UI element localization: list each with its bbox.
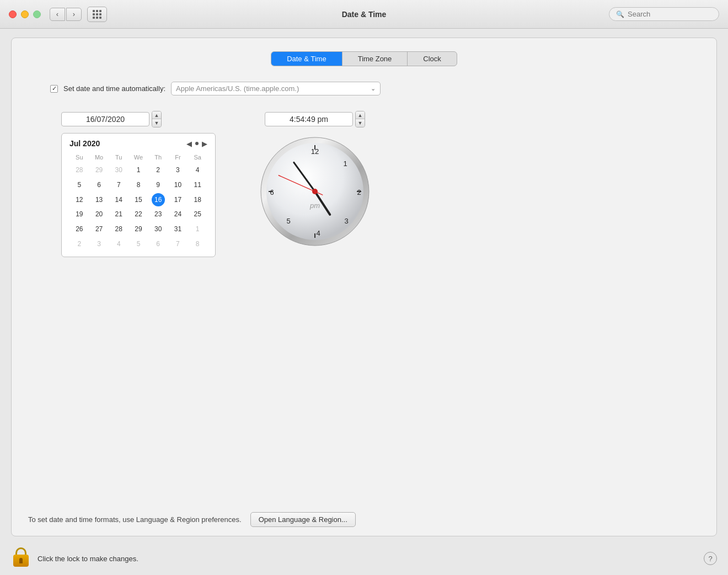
lock-shackle bbox=[15, 547, 26, 555]
grid-button[interactable] bbox=[87, 7, 107, 22]
search-icon: 🔍 bbox=[616, 10, 624, 18]
time-input[interactable]: 4:54:49 pm bbox=[265, 112, 353, 126]
cal-day[interactable]: 1 bbox=[129, 163, 148, 177]
dow-tu: Tu bbox=[109, 152, 129, 162]
cal-day[interactable]: 12 bbox=[69, 193, 89, 207]
cal-day[interactable]: 29 bbox=[129, 222, 148, 236]
cal-day[interactable]: 27 bbox=[89, 222, 109, 236]
cal-day[interactable]: 7 bbox=[168, 237, 188, 251]
auto-checkbox[interactable]: ✓ bbox=[50, 85, 58, 93]
cal-day[interactable]: 28 bbox=[109, 222, 129, 236]
time-stepper-up[interactable]: ▲ bbox=[356, 111, 365, 119]
server-dropdown[interactable]: Apple Americas/U.S. (time.apple.com.) ⌄ bbox=[171, 82, 381, 95]
svg-text:1: 1 bbox=[343, 159, 347, 168]
cal-day[interactable]: 25 bbox=[188, 207, 207, 221]
calendar-month-year: Jul 2020 bbox=[69, 139, 100, 148]
chevron-down-icon: ⌄ bbox=[371, 85, 376, 92]
svg-text:4: 4 bbox=[316, 229, 320, 237]
tabs-row: Date & Time Time Zone Clock bbox=[28, 51, 700, 66]
cal-day[interactable]: 2 bbox=[69, 237, 89, 251]
cal-day[interactable]: 3 bbox=[168, 163, 188, 177]
bottom-info-text: To set date and time formats, use Langua… bbox=[28, 515, 242, 524]
cal-day[interactable]: 17 bbox=[168, 193, 188, 207]
cal-day[interactable]: 29 bbox=[89, 163, 109, 177]
cal-day[interactable]: 4 bbox=[188, 163, 207, 177]
tab-group: Date & Time Time Zone Clock bbox=[271, 51, 457, 66]
clock-svg: 12 1 2 3 4 5 6 pm bbox=[260, 136, 370, 247]
dow-th: Th bbox=[148, 152, 168, 162]
date-input[interactable]: 16/07/2020 bbox=[61, 112, 149, 126]
bottom-info: To set date and time formats, use Langua… bbox=[28, 512, 700, 527]
cal-day[interactable]: 6 bbox=[89, 178, 109, 192]
svg-point-17 bbox=[312, 189, 318, 194]
cal-day[interactable]: 22 bbox=[129, 207, 148, 221]
forward-button[interactable]: › bbox=[66, 8, 82, 21]
date-clock-row: 16/07/2020 ▲ ▼ Jul 2020 ◀ ▶ bbox=[61, 111, 700, 257]
cal-day[interactable]: 28 bbox=[69, 163, 89, 177]
date-section: 16/07/2020 ▲ ▼ Jul 2020 ◀ ▶ bbox=[61, 111, 216, 257]
cal-day[interactable]: 11 bbox=[188, 178, 207, 192]
search-input[interactable] bbox=[628, 10, 705, 18]
minimize-button[interactable] bbox=[21, 10, 29, 18]
analog-clock: 12 1 2 3 4 5 6 pm bbox=[260, 136, 370, 247]
date-stepper-up[interactable]: ▲ bbox=[152, 111, 161, 119]
cal-day[interactable]: 20 bbox=[89, 207, 109, 221]
cal-day[interactable]: 8 bbox=[188, 237, 207, 251]
grid-icon bbox=[93, 10, 101, 19]
cal-day[interactable]: 14 bbox=[109, 193, 129, 207]
cal-day[interactable]: 13 bbox=[89, 193, 109, 207]
back-button[interactable]: ‹ bbox=[50, 8, 65, 21]
cal-day[interactable]: 8 bbox=[129, 178, 148, 192]
lock-label: Click the lock to make changes. bbox=[38, 555, 138, 563]
cal-day[interactable]: 4 bbox=[109, 237, 129, 251]
lock-area[interactable]: Click the lock to make changes. bbox=[11, 547, 138, 569]
calendar-today-dot[interactable] bbox=[195, 142, 199, 145]
cal-day[interactable]: 31 bbox=[168, 222, 188, 236]
date-stepper[interactable]: ▲ ▼ bbox=[152, 111, 162, 127]
svg-text:12: 12 bbox=[311, 147, 319, 156]
cal-day[interactable]: 26 bbox=[69, 222, 89, 236]
tab-time-zone[interactable]: Time Zone bbox=[342, 52, 408, 66]
time-stepper[interactable]: ▲ ▼ bbox=[355, 111, 365, 127]
maximize-button[interactable] bbox=[33, 10, 41, 18]
cal-day[interactable]: 5 bbox=[129, 237, 148, 251]
cal-day-selected[interactable]: 16 bbox=[152, 193, 165, 206]
cal-day[interactable]: 30 bbox=[148, 222, 168, 236]
cal-day[interactable]: 18 bbox=[188, 193, 207, 207]
help-button[interactable]: ? bbox=[704, 552, 717, 565]
cal-day[interactable]: 10 bbox=[168, 178, 188, 192]
search-bar[interactable]: 🔍 bbox=[609, 7, 719, 21]
cal-day[interactable]: 9 bbox=[148, 178, 168, 192]
cal-day[interactable]: 3 bbox=[89, 237, 109, 251]
cal-day[interactable]: 19 bbox=[69, 207, 89, 221]
dow-mo: Mo bbox=[89, 152, 109, 162]
cal-day[interactable]: 30 bbox=[109, 163, 129, 177]
clock-section: 4:54:49 pm ▲ ▼ bbox=[260, 111, 370, 257]
time-input-row: 4:54:49 pm ▲ ▼ bbox=[265, 111, 365, 127]
cal-day[interactable]: 6 bbox=[148, 237, 168, 251]
cal-day[interactable]: 5 bbox=[69, 178, 89, 192]
footer: Click the lock to make changes. ? bbox=[0, 542, 728, 575]
time-stepper-down[interactable]: ▼ bbox=[356, 119, 365, 127]
calendar-prev-icon[interactable]: ◀ bbox=[186, 140, 192, 148]
tab-date-time[interactable]: Date & Time bbox=[271, 52, 342, 66]
svg-text:5: 5 bbox=[286, 217, 290, 225]
svg-text:pm: pm bbox=[309, 201, 320, 210]
window-controls bbox=[9, 10, 41, 18]
cal-day[interactable]: 7 bbox=[109, 178, 129, 192]
open-language-button[interactable]: Open Language & Region... bbox=[250, 512, 356, 527]
auto-set-row: ✓ Set date and time automatically: Apple… bbox=[50, 82, 700, 95]
calendar-next-icon[interactable]: ▶ bbox=[202, 140, 207, 148]
cal-day[interactable]: 15 bbox=[129, 193, 148, 207]
nav-buttons: ‹ › bbox=[50, 8, 82, 21]
lock-icon bbox=[11, 547, 31, 569]
cal-day[interactable]: 23 bbox=[148, 207, 168, 221]
date-stepper-down[interactable]: ▼ bbox=[152, 119, 161, 127]
tab-clock[interactable]: Clock bbox=[408, 52, 457, 66]
cal-day[interactable]: 21 bbox=[109, 207, 129, 221]
cal-day[interactable]: 24 bbox=[168, 207, 188, 221]
cal-day[interactable]: 2 bbox=[148, 163, 168, 177]
cal-day[interactable]: 1 bbox=[188, 222, 207, 236]
dow-fr: Fr bbox=[168, 152, 188, 162]
close-button[interactable] bbox=[9, 10, 17, 18]
